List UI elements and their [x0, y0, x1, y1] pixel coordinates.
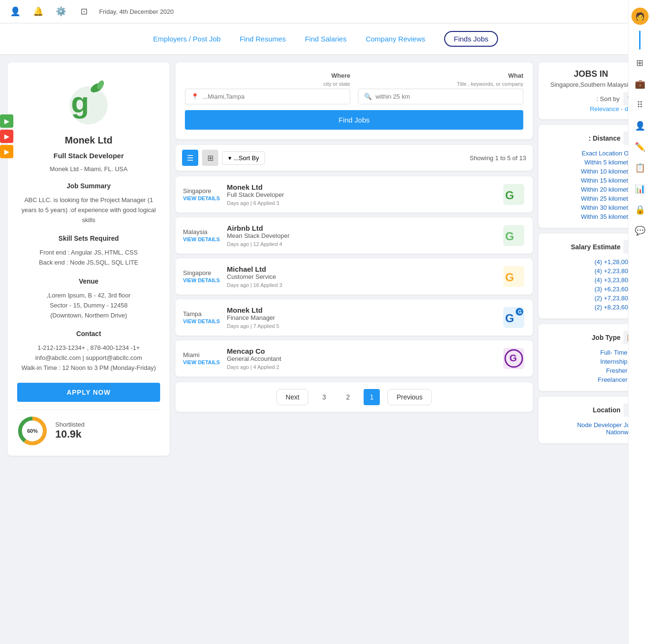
distance-title: : Distance 📍 — [545, 132, 637, 145]
sidebar-list-icon[interactable]: 📋 — [632, 160, 648, 175]
sort-section: : Sort by ⇅ — [545, 92, 637, 105]
view-details-link[interactable]: VIEW DETAILS — [183, 318, 220, 324]
job-card-role: General Accountant — [227, 355, 497, 362]
job-type-card: Job Type 📋 Full- Time (4) Internship (3)… — [539, 324, 643, 391]
donut-label: 60% — [27, 428, 38, 434]
job-card-role: Finance Manager — [227, 314, 497, 321]
within-20km-filter[interactable]: Within 20 kilometers — [545, 185, 637, 194]
sidebar-blue-bar — [639, 31, 641, 50]
salary-filter-5[interactable]: (2) +8,23,600 $ — [545, 303, 637, 312]
location-nationwide-link[interactable]: Node Developer Jobs Nationwide — [545, 420, 637, 437]
what-field: What Title , keywords, or company 🔍 — [358, 72, 523, 104]
sidebar-edit-icon[interactable]: ✏️ — [632, 139, 648, 154]
sidebar-person-icon[interactable]: 👤 — [632, 118, 648, 133]
jobs-in-title: JOBS IN — [545, 69, 637, 79]
within-5km-filter[interactable]: Within 5 kilometers — [545, 158, 637, 167]
topbar-date: Friday, 4th December 2020 — [99, 8, 174, 15]
job-card-meta: Days ago | 6 Applied 3 — [227, 200, 497, 206]
user-icon[interactable]: 👤 — [8, 4, 23, 19]
grid-view-button[interactable]: ⊞ — [202, 150, 218, 166]
next-button[interactable]: Next — [276, 389, 308, 405]
page-3[interactable]: 3 — [316, 389, 332, 405]
where-input[interactable] — [203, 93, 344, 100]
svg-text:G: G — [505, 271, 514, 284]
previous-button[interactable]: Previous — [387, 389, 431, 405]
what-input[interactable] — [376, 93, 517, 100]
sidebar-briefcase-icon[interactable]: 💼 — [632, 76, 648, 92]
job-card-company: Monek Ltd — [227, 306, 497, 314]
job-location-text: Miami — [183, 351, 200, 358]
sidebar-lock-icon[interactable]: 🔒 — [632, 202, 648, 217]
expand-icon[interactable]: ⊡ — [76, 4, 92, 19]
topbar-left: 👤 🔔 ⚙️ ⊡ Friday, 4th December 2020 — [8, 4, 174, 19]
center-panel: Where city or state 📍 What Title , keywo… — [175, 62, 533, 456]
location-title: Location 📍 — [545, 403, 637, 417]
view-details-link[interactable]: VIEW DETAILS — [183, 277, 220, 283]
list-view-button[interactable]: ☰ — [182, 150, 198, 166]
apply-now-button[interactable]: APPLY NOW — [17, 383, 160, 402]
sidebar-chat-icon[interactable]: 💬 — [632, 223, 648, 238]
page-1[interactable]: 1 — [364, 389, 380, 405]
left-panel: g Monek Ltd Full Stack Developer Monek L… — [8, 62, 170, 456]
job-location: Monek Ltd - Miami, FL. USA — [50, 165, 127, 173]
fresher-filter[interactable]: Fresher (2) — [545, 366, 637, 375]
sort-label: : Sort by — [597, 95, 620, 102]
salary-filter-0[interactable]: (4) +1,28,000 $ — [545, 257, 637, 266]
shortlisted-count: 10.9k — [55, 428, 84, 440]
freelancer-filter[interactable]: Freelancer (2) — [545, 375, 637, 384]
nav-employers-post-job[interactable]: Employers / Post Job — [153, 35, 221, 43]
sidebar-chart-icon[interactable]: 📊 — [632, 181, 648, 196]
notification-icon[interactable]: 🔔 — [31, 4, 46, 19]
svg-text:G: G — [505, 230, 514, 243]
nav-find-salaries[interactable]: Find Salaries — [305, 35, 347, 43]
job-card-info: Airbnb Ltd Mean Stack Developer Days ago… — [227, 224, 497, 247]
sidebar-grid-icon[interactable]: ⊞ — [632, 55, 648, 71]
fulltime-filter[interactable]: Full- Time (4) — [545, 348, 637, 357]
job-card-logo: G — [502, 265, 525, 288]
salary-filter-3[interactable]: (3) +6,23,600 $ — [545, 285, 637, 294]
within-10km-filter[interactable]: Within 10 kilometers — [545, 167, 637, 176]
find-jobs-button[interactable]: Find Jobs — [185, 110, 523, 130]
within-35km-filter[interactable]: Within 35 kilometers — [545, 212, 637, 221]
where-label: Where — [185, 72, 350, 79]
job-cards: Singapore VIEW DETAILS Monek Ltd Full St… — [175, 176, 533, 377]
job-card: Singapore VIEW DETAILS Monek Ltd Full St… — [175, 176, 533, 213]
company-name: Monek Ltd — [65, 135, 112, 146]
page-2[interactable]: 2 — [340, 389, 356, 405]
location-icon: 📍 — [191, 93, 199, 100]
sort-by-button[interactable]: ▾ ...Sort By — [222, 151, 265, 165]
salary-filter-1[interactable]: (4) +2,23,800 $ — [545, 266, 637, 276]
sidebar-apps-icon[interactable]: ⠿ — [632, 97, 648, 112]
nav-company-reviews[interactable]: Company Reviews — [366, 35, 425, 43]
sidebar-avatar[interactable]: 🧑 — [631, 8, 649, 25]
nav-finds-jobs[interactable]: Finds Jobs — [444, 31, 498, 47]
svg-text:g: g — [71, 86, 89, 119]
jobs-in-location: Singapore,Southern Malaysia — [545, 81, 637, 88]
sort-by-label: ...Sort By — [234, 154, 259, 162]
salary-filter-4[interactable]: (2) +7,23,800 $ — [545, 294, 637, 303]
left-sidebar-icon-1[interactable]: ▶ — [0, 114, 13, 128]
view-details-link[interactable]: VIEW DETAILS — [183, 359, 220, 365]
left-sidebar: ▶ ▶ ▶ — [0, 114, 13, 158]
sort-options[interactable]: Relevance - date — [545, 105, 637, 112]
view-details-link[interactable]: VIEW DETAILS — [183, 195, 220, 201]
within-30km-filter[interactable]: Within 30 kilometers — [545, 203, 637, 212]
what-input-wrap: 🔍 — [358, 89, 523, 104]
view-details-link[interactable]: VIEW DETAILS — [183, 236, 220, 242]
within-15km-filter[interactable]: Within 15 kilometers — [545, 176, 637, 185]
exact-location-filter[interactable]: Exact Location Only — [545, 149, 637, 158]
internship-filter[interactable]: Internship (3) — [545, 357, 637, 366]
job-card-company: Michael Ltd — [227, 265, 497, 273]
search-fields: Where city or state 📍 What Title , keywo… — [185, 72, 523, 104]
salary-filter-2[interactable]: (4) +3,23,800 $ — [545, 276, 637, 285]
nav-find-resumes[interactable]: Find Resumes — [240, 35, 286, 43]
left-sidebar-icon-3[interactable]: ▶ — [0, 145, 13, 158]
job-title: Full Stack Developer — [53, 152, 124, 160]
within-25km-filter[interactable]: Within 25 kilometers — [545, 194, 637, 203]
venue-title: Venue — [79, 277, 98, 285]
skills-content: Front end : Angular JS, HTML, CSSBack en… — [39, 248, 138, 268]
job-card-role: Full Stack Developer — [227, 191, 497, 198]
settings-icon[interactable]: ⚙️ — [53, 4, 69, 19]
left-sidebar-icon-2[interactable]: ▶ — [0, 130, 13, 143]
job-type-title: Job Type 📋 — [545, 331, 637, 344]
